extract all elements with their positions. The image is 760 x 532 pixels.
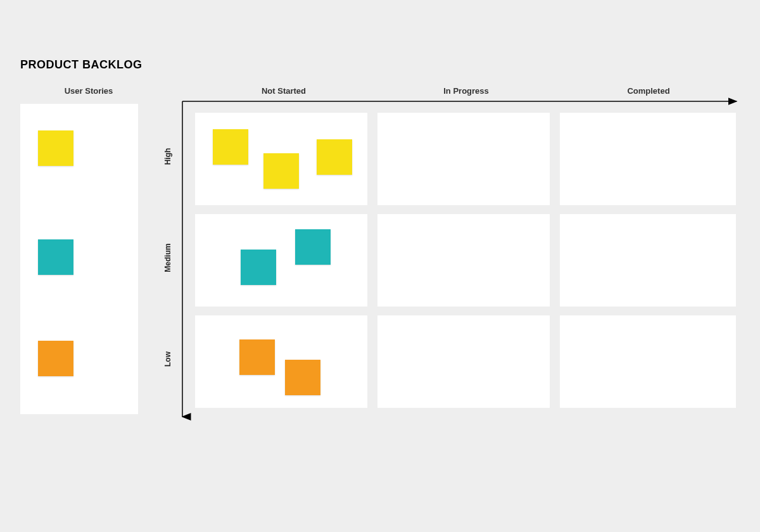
cell-high-not-started — [195, 113, 367, 205]
sticky-card[interactable] — [241, 250, 276, 285]
cell-high-completed — [560, 113, 736, 205]
user-stories-panel — [20, 104, 138, 414]
column-header-completed: Completed — [585, 86, 712, 96]
sticky-card[interactable] — [295, 229, 331, 265]
sticky-card[interactable] — [38, 341, 73, 376]
cell-medium-completed — [560, 214, 736, 307]
column-header-in-progress: In Progress — [403, 86, 529, 96]
cell-medium-not-started — [195, 214, 367, 307]
sticky-card[interactable] — [285, 360, 320, 395]
cell-high-in-progress — [377, 113, 550, 205]
sticky-card[interactable] — [213, 129, 248, 165]
row-label-high: High — [163, 131, 172, 182]
cell-medium-in-progress — [377, 214, 550, 307]
cell-low-not-started — [195, 315, 367, 408]
cell-low-in-progress — [377, 315, 550, 408]
column-header-not-started: Not Started — [220, 86, 347, 96]
row-label-low: Low — [163, 334, 172, 384]
sticky-card[interactable] — [38, 239, 73, 275]
sticky-card[interactable] — [239, 339, 275, 375]
column-header-user-stories: User Stories — [25, 86, 152, 96]
page-title: PRODUCT BACKLOG — [20, 58, 142, 72]
row-label-medium: Medium — [163, 232, 172, 283]
sticky-card[interactable] — [263, 153, 299, 189]
cell-low-completed — [560, 315, 736, 408]
sticky-card[interactable] — [317, 139, 352, 175]
sticky-card[interactable] — [38, 130, 73, 166]
